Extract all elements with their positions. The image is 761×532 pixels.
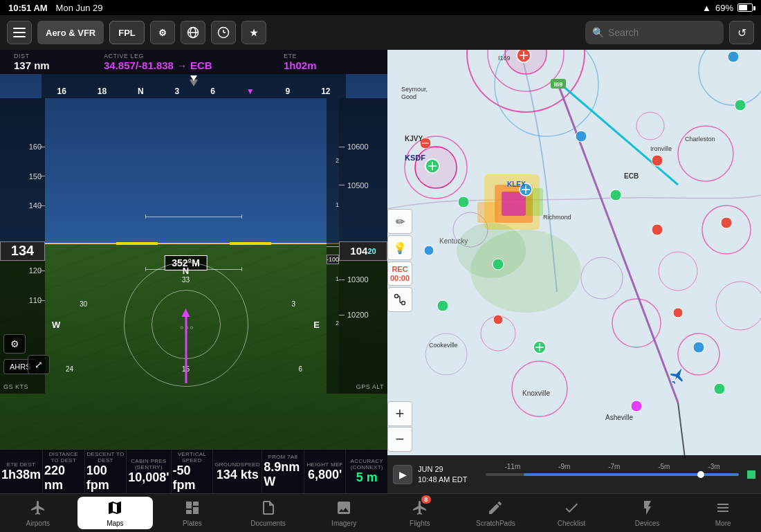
stat-from: From 7A8 8.9nm W xyxy=(262,450,304,493)
maps-label: Maps xyxy=(107,520,123,527)
timeline-track[interactable]: -11m -9m -7m -5m -3m xyxy=(486,473,739,476)
tab-more[interactable]: More xyxy=(685,494,761,532)
imagery-icon xyxy=(336,499,352,518)
heading-arrow xyxy=(185,314,187,383)
tab-bar: Airports Maps Plates Documents xyxy=(0,493,761,532)
record-button[interactable]: REC 00:00 xyxy=(387,262,412,286)
pencil-tool-button[interactable]: ✏ xyxy=(387,209,412,234)
star-button[interactable]: ★ xyxy=(241,21,266,44)
stat-ete-dest: ETE Dest 1h38m xyxy=(0,450,43,493)
svg-point-67 xyxy=(493,315,503,324)
search-bar: 🔍 xyxy=(585,21,724,44)
heading-tape: 16 18 N 3 6 ▼ 9 12 xyxy=(42,74,346,98)
more-icon xyxy=(715,499,731,518)
svg-point-26 xyxy=(425,333,467,375)
clock-button[interactable] xyxy=(211,21,236,44)
expand-button[interactable]: ⤢ xyxy=(28,355,50,374)
svg-point-61 xyxy=(714,383,725,394)
refresh-button[interactable]: ↺ xyxy=(729,21,754,44)
leg-arrow: → xyxy=(177,60,187,71)
tab-flights[interactable]: 8 Flights xyxy=(382,494,458,532)
map-style-label: Aero & VFR xyxy=(46,28,95,38)
dist-value: 137 nm xyxy=(14,59,50,71)
search-input[interactable] xyxy=(608,27,717,38)
stat-cabin-pres: Cabin Pres (Sentry) 10,008' xyxy=(127,450,171,493)
checklist-icon xyxy=(563,499,580,518)
svg-text:KLEX: KLEX xyxy=(507,181,526,188)
timeline-thumb[interactable] xyxy=(697,471,704,478)
tab-imagery[interactable]: Imagery xyxy=(306,494,382,532)
zoom-in-button[interactable]: + xyxy=(387,401,412,426)
dist-label: DIST xyxy=(14,53,30,59)
svg-text:KJVY: KJVY xyxy=(405,135,423,143)
tab-scratchpads[interactable]: ScratchPads xyxy=(458,494,534,532)
timeline-fill xyxy=(524,473,739,476)
tab-checklist[interactable]: Checklist xyxy=(533,494,609,532)
svg-text:ECB: ECB xyxy=(624,172,639,180)
svg-rect-2 xyxy=(13,36,26,37)
svg-text:I169: I169 xyxy=(498,55,511,62)
svg-text:Cookeville: Cookeville xyxy=(429,342,458,349)
timeline-end-dot xyxy=(747,470,755,479)
imagery-label: Imagery xyxy=(331,520,356,527)
map-style-button[interactable]: Aero & VFR xyxy=(37,21,104,44)
svg-text:Knoxville: Knoxville xyxy=(522,389,550,397)
ahrs-settings-button[interactable]: ⚙ xyxy=(3,334,26,354)
compass-north: N xyxy=(183,266,189,276)
svg-point-34 xyxy=(457,223,526,278)
scratchpads-icon xyxy=(487,499,504,518)
svg-point-59 xyxy=(673,308,683,318)
compass-east: E xyxy=(313,320,320,330)
status-right: ▲ 69% xyxy=(702,3,753,13)
tab-maps[interactable]: Maps xyxy=(77,497,154,529)
zoom-out-button[interactable]: − xyxy=(387,427,412,452)
svg-point-25 xyxy=(716,282,761,330)
status-time: 10:51 AM xyxy=(8,3,48,13)
active-leg-value: 34.857/-81.838 → ECB xyxy=(104,59,212,71)
left-ahrs-panel: 16 18 N 3 6 ▼ 9 12 160 150 140 134 120 1… xyxy=(0,74,387,449)
svg-text:Asheville: Asheville xyxy=(605,414,633,421)
svg-text:Good: Good xyxy=(401,93,416,100)
svg-text:Seymour,: Seymour, xyxy=(401,86,428,93)
battery-percent: 69% xyxy=(715,3,733,13)
svg-point-65 xyxy=(424,246,434,255)
tab-documents[interactable]: Documents xyxy=(230,494,306,532)
map-panel[interactable]: 10:48 AM EDT xyxy=(387,15,761,493)
svg-point-60 xyxy=(693,342,704,353)
settings-toolbar-button[interactable]: ⚙ xyxy=(150,21,175,44)
tab-plates[interactable]: Plates xyxy=(154,494,230,532)
altimeter-readout: 10420 xyxy=(339,241,387,261)
fpl-button[interactable]: FPL xyxy=(109,21,145,44)
stat-dist-dest: Distance to Dest 220 nm xyxy=(43,450,85,493)
vsi-readout: -100 xyxy=(327,255,339,264)
fpl-label: FPL xyxy=(118,28,136,38)
timeline-play-button[interactable]: ▶ xyxy=(393,465,412,484)
devices-label: Devices xyxy=(635,520,660,527)
svg-point-66 xyxy=(437,300,448,311)
svg-rect-1 xyxy=(13,32,26,33)
layers-button[interactable] xyxy=(7,21,32,44)
battery-icon xyxy=(737,3,753,12)
airports-icon xyxy=(30,499,46,518)
svg-point-19 xyxy=(512,361,567,416)
lightbulb-tool-button[interactable]: 💡 xyxy=(387,235,412,260)
dist-group: DIST 137 nm xyxy=(14,53,104,71)
horizon-bar-right xyxy=(230,242,271,245)
devices-icon xyxy=(639,499,656,518)
svg-point-58 xyxy=(631,401,642,412)
globe-button[interactable] xyxy=(181,21,205,44)
maps-icon xyxy=(107,499,123,518)
svg-point-54 xyxy=(493,259,504,270)
route-tool-button[interactable] xyxy=(387,287,412,312)
svg-point-14 xyxy=(678,126,733,181)
ete-value: 1h02m xyxy=(284,59,317,71)
ete-label: ETE xyxy=(284,53,297,59)
tab-airports[interactable]: Airports xyxy=(0,494,76,532)
tab-devices[interactable]: Devices xyxy=(609,494,686,532)
compass-rose: 352°M N E W 33 3 30 15 24 6 ○ ○ ○ xyxy=(45,255,327,394)
altimeter-tape: 10600 10500 10420 10300 10200 GPS ALT xyxy=(339,98,387,394)
svg-text:Ironville: Ironville xyxy=(650,145,672,152)
more-label: More xyxy=(715,520,731,527)
stats-bar: ETE Dest 1h38m Distance to Dest 220 nm D… xyxy=(0,449,387,493)
search-icon: 🔍 xyxy=(592,27,604,38)
